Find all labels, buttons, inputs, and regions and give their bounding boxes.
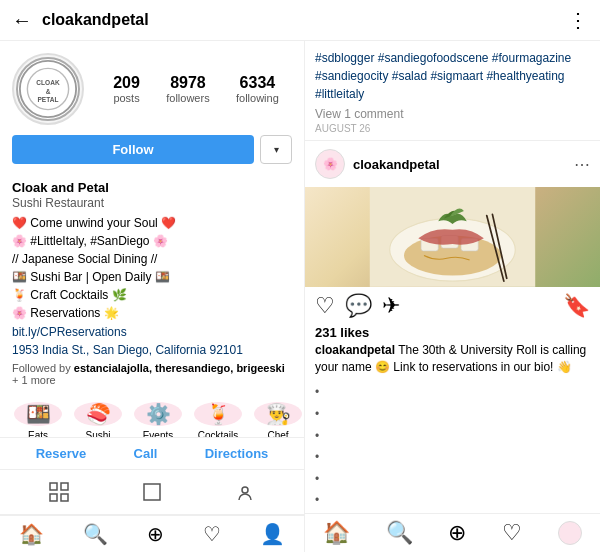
bio-line2: 🌸 #LittleItaly, #SanDiego 🌸	[12, 234, 168, 248]
add-nav-left[interactable]: ⊕	[147, 522, 164, 546]
bio-address[interactable]: 1953 India St., San Diego, California 92…	[12, 343, 243, 357]
view-comment[interactable]: View 1 comment	[315, 107, 590, 121]
directions-link[interactable]: Directions	[205, 446, 269, 461]
story-circle-chef[interactable]: 👨‍🍳	[254, 402, 302, 426]
post-dots: ••••••	[305, 381, 600, 513]
following-label: following	[236, 92, 279, 104]
bio-line6: 🌸 Reservations 🌟	[12, 306, 119, 320]
hashtags-text: #sdblogger #sandiegofoodscene #fourmagaz…	[315, 49, 590, 103]
svg-rect-5	[50, 483, 57, 490]
svg-text:&: &	[46, 88, 51, 95]
posts-stat: 209 posts	[113, 74, 140, 104]
bio-section: Cloak and Petal Sushi Restaurant ❤️ Come…	[0, 180, 304, 394]
post-account-username[interactable]: cloakandpetal	[353, 157, 574, 172]
svg-rect-9	[144, 484, 160, 500]
svg-text:PETAL: PETAL	[38, 96, 59, 103]
bio-text: ❤️ Come unwind your Soul ❤️ 🌸 #LittleIta…	[12, 214, 292, 322]
follow-row: Follow ▾	[12, 135, 292, 164]
bio-line5: 🍹 Craft Cocktails 🌿	[12, 288, 127, 302]
following-stat[interactable]: 6334 following	[236, 74, 279, 104]
bio-link[interactable]: bit.ly/CPReservations	[12, 325, 127, 339]
comment-button[interactable]: 💬	[345, 293, 372, 319]
likes-nav-left[interactable]: ♡	[203, 522, 221, 546]
caption-username[interactable]: cloakandpetal	[315, 343, 395, 357]
reserve-link[interactable]: Reserve	[36, 446, 87, 461]
followed-by-suffix: + 1 more	[12, 374, 56, 386]
story-events[interactable]: ⚙️ Events	[132, 402, 184, 429]
story-label-eats: Eats	[28, 430, 48, 438]
list-view-button[interactable]	[122, 476, 182, 508]
grid-icons-row	[0, 470, 304, 515]
story-label-events: Events	[143, 430, 174, 438]
svg-point-10	[242, 487, 248, 493]
story-chef[interactable]: 👨‍🍳 Chef	[252, 402, 304, 429]
follow-dropdown-button[interactable]: ▾	[260, 135, 292, 164]
followed-by-prefix: Followed by	[12, 362, 74, 374]
post-avatar: 🌸	[315, 149, 345, 179]
call-link[interactable]: Call	[134, 446, 158, 461]
search-nav-left[interactable]: 🔍	[83, 522, 108, 546]
post-image	[305, 187, 600, 287]
profile-top: CLOAK & PETAL 209 posts 8978 followers	[12, 53, 292, 125]
follow-button[interactable]: Follow	[12, 135, 254, 164]
followers-stat[interactable]: 8978 followers	[166, 74, 209, 104]
stats-row: 209 posts 8978 followers 6334 following	[100, 74, 292, 104]
bio-category: Sushi Restaurant	[12, 196, 292, 210]
story-eats[interactable]: 🍱 Eats	[12, 402, 64, 429]
stories-row: 🍱 Eats 🍣 Sushi ⚙️ Events 🍹 Cocktails 👨‍🍳…	[0, 394, 304, 438]
post-actions: ♡ 💬 ✈ 🔖	[305, 287, 600, 325]
like-button[interactable]: ♡	[315, 293, 335, 319]
posts-count: 209	[113, 74, 140, 92]
story-sushi[interactable]: 🍣 Sushi	[72, 402, 124, 429]
story-circle-eats[interactable]: 🍱	[14, 402, 62, 426]
bottom-nav-right: 🏠 🔍 ⊕ ♡	[305, 513, 600, 552]
home-nav-right[interactable]: 🏠	[323, 520, 350, 546]
svg-rect-7	[50, 494, 57, 501]
story-circle-sushi[interactable]: 🍣	[74, 402, 122, 426]
bio-line1: ❤️ Come unwind your Soul ❤️	[12, 216, 176, 230]
profile-nav-left[interactable]: 👤	[260, 522, 285, 546]
home-nav-left[interactable]: 🏠	[19, 522, 44, 546]
story-label-sushi: Sushi	[85, 430, 110, 438]
followers-count: 8978	[170, 74, 206, 92]
bio-line4: 🍱 Sushi Bar | Open Daily 🍱	[12, 270, 170, 284]
story-circle-events[interactable]: ⚙️	[134, 402, 182, 426]
main-layout: CLOAK & PETAL 209 posts 8978 followers	[0, 41, 600, 552]
profile-username: cloakandpetal	[42, 11, 568, 29]
post-header: 🌸 cloakandpetal ⋯	[305, 141, 600, 187]
story-circle-cocktails[interactable]: 🍹	[194, 402, 242, 426]
avatar: CLOAK & PETAL	[12, 53, 84, 125]
bio-followed-by: Followed by estancialajolla, theresandie…	[12, 362, 292, 386]
story-label-cocktails: Cocktails	[198, 430, 239, 438]
bookmark-button[interactable]: 🔖	[563, 293, 590, 319]
following-count: 6334	[240, 74, 276, 92]
post-caption: cloakandpetal The 30th & University Roll…	[305, 340, 600, 382]
svg-rect-6	[61, 483, 68, 490]
share-button[interactable]: ✈	[382, 293, 400, 319]
top-nav: ← cloakandpetal ⋮	[0, 0, 600, 41]
svg-rect-8	[61, 494, 68, 501]
likes-nav-right[interactable]: ♡	[502, 520, 522, 546]
posts-label: posts	[113, 92, 139, 104]
left-panel: CLOAK & PETAL 209 posts 8978 followers	[0, 41, 305, 552]
add-nav-right[interactable]: ⊕	[448, 520, 466, 546]
post-more-button[interactable]: ⋯	[574, 155, 590, 174]
svg-text:CLOAK: CLOAK	[36, 79, 60, 86]
action-links: Reserve Call Directions	[0, 438, 304, 470]
bottom-nav-left: 🏠 🔍 ⊕ ♡ 👤	[0, 515, 304, 552]
more-options-button[interactable]: ⋮	[568, 8, 588, 32]
back-button[interactable]: ←	[12, 9, 32, 32]
search-nav-right[interactable]: 🔍	[386, 520, 413, 546]
story-label-chef: Chef	[267, 430, 288, 438]
followed-by-users[interactable]: estancialajolla, theresandiego, brigeesk…	[74, 362, 285, 374]
post-date: AUGUST 26	[315, 123, 590, 134]
bio-line3: // Japanese Social Dining //	[12, 252, 157, 266]
hashtags-section: #sdblogger #sandiegofoodscene #fourmagaz…	[305, 41, 600, 141]
tagged-view-button[interactable]	[215, 476, 275, 508]
followers-label: followers	[166, 92, 209, 104]
likes-count: 231 likes	[305, 325, 600, 340]
profile-avatar-nav[interactable]	[558, 521, 582, 545]
story-cocktails[interactable]: 🍹 Cocktails	[192, 402, 244, 429]
profile-section: CLOAK & PETAL 209 posts 8978 followers	[0, 41, 304, 180]
grid-view-button[interactable]	[29, 476, 89, 508]
